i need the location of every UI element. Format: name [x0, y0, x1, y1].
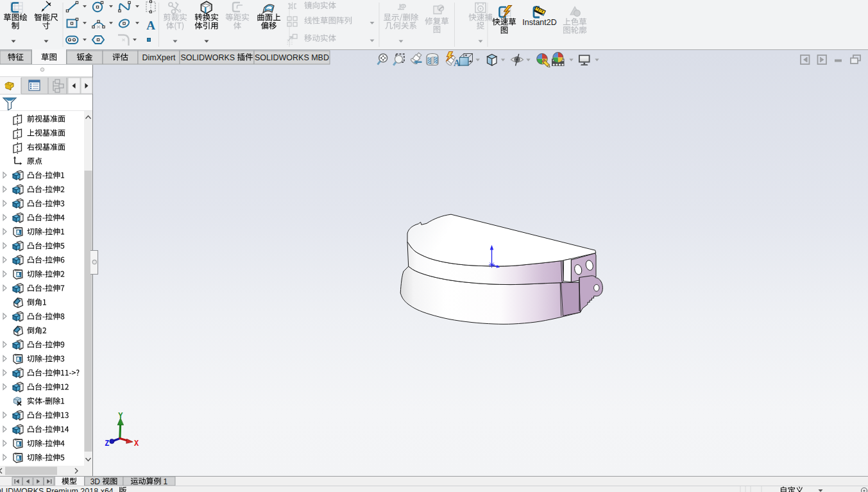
svg-text:X: X: [134, 439, 139, 448]
svg-text:Z: Z: [105, 439, 109, 448]
svg-text:SOLIDWORKS MBD: SOLIDWORKS MBD: [255, 53, 329, 62]
svg-text:Instant2D: Instant2D: [522, 18, 557, 27]
svg-text:DimXpert: DimXpert: [142, 53, 176, 62]
svg-text:3D: 3D: [90, 477, 101, 486]
svg-text:A: A: [146, 19, 155, 32]
svg-text:OLIDWORKS Premium 2018 x64: OLIDWORKS Premium 2018 x64: [0, 487, 114, 492]
svg-text:SOLIDWORKS: SOLIDWORKS: [180, 53, 235, 62]
svg-text:1: 1: [163, 477, 167, 486]
svg-text:Y: Y: [118, 412, 123, 421]
